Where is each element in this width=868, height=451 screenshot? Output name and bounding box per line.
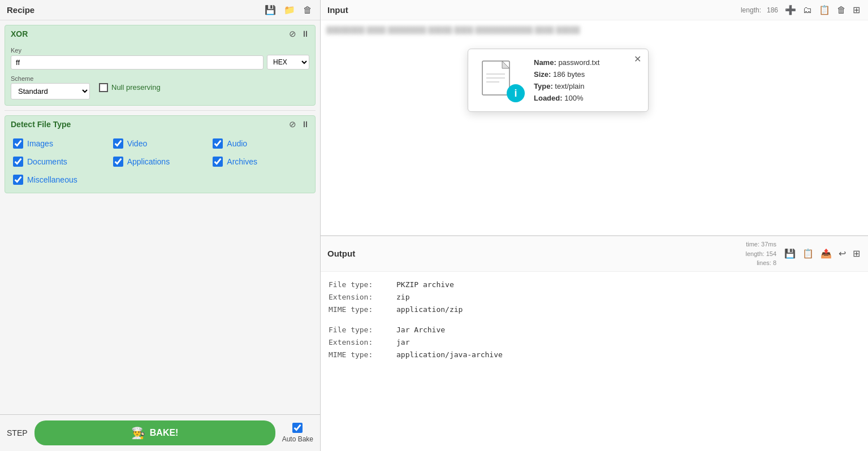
right-panel: Input length: 186 ➕ 🗂 📋 🗑 ⊞ ████████ ███… <box>321 0 868 451</box>
output-undo-button[interactable]: ↩ <box>837 247 847 260</box>
popup-type-label: Type: <box>534 82 553 90</box>
output-stats: time: 37ms length: 154 lines: 8 <box>746 240 776 268</box>
output-copy-button[interactable]: 📋 <box>801 247 815 260</box>
delete-recipe-button[interactable]: 🗑 <box>302 3 313 16</box>
input-expand-button[interactable]: ⊞ <box>852 3 861 16</box>
recipe-bottom: STEP 👨‍🍳 BAKE! Auto Bake <box>0 414 320 451</box>
cb-video-input[interactable] <box>113 138 123 149</box>
recipe-panel: Recipe 💾 📁 🗑 XOR ⊘ ⏸ Key HEX UTF8 Base64 <box>0 0 321 451</box>
cb-video[interactable]: Video <box>113 138 208 149</box>
bake-button[interactable]: 👨‍🍳 BAKE! <box>34 420 275 445</box>
input-length-label: length: <box>741 6 761 14</box>
step-label: STEP <box>7 428 28 437</box>
cb-archives-input[interactable] <box>213 157 223 167</box>
popup-loaded-label: Loaded: <box>534 94 563 102</box>
popup-close-button[interactable]: ✕ <box>634 54 641 64</box>
popup-name-label: Name: <box>534 58 556 67</box>
output-expand-button[interactable]: ⊞ <box>852 247 861 260</box>
popup-details: Name: password.txt Size: 186 bytes Type:… <box>534 58 599 102</box>
popup-type-value: text/plain <box>555 82 584 90</box>
output-header: Output time: 37ms length: 154 lines: 8 💾… <box>321 236 868 272</box>
cb-documents[interactable]: Documents <box>13 157 107 167</box>
output-send-button[interactable]: 📤 <box>819 247 833 260</box>
null-preserving-text: Null preserving <box>111 83 161 92</box>
output-line-4: File type: Jar Archive <box>329 324 860 336</box>
popup-loaded-value: 100% <box>564 94 583 102</box>
auto-bake-checkbox[interactable] <box>292 423 303 433</box>
output-line-3: MIME type: application/zip <box>329 303 860 316</box>
output-val-4: Jar Archive <box>396 324 445 336</box>
input-open-button[interactable]: 🗂 <box>802 3 813 16</box>
scheme-select[interactable]: Standard XOR each byte <box>11 83 90 99</box>
input-paste-button[interactable]: 📋 <box>818 3 831 16</box>
input-header-right: length: 186 ➕ 🗂 📋 🗑 ⊞ <box>741 3 861 16</box>
output-lines-label: lines: <box>757 259 771 266</box>
cb-archives[interactable]: Archives <box>213 157 307 167</box>
cb-video-label: Video <box>127 139 148 148</box>
info-badge: i <box>507 84 525 102</box>
output-spacer-1 <box>329 316 860 324</box>
output-key-2: Extension: <box>329 291 396 303</box>
output-save-button[interactable]: 💾 <box>783 247 797 260</box>
detect-collapse-icon[interactable]: ⏸ <box>301 119 309 129</box>
cb-miscellaneous[interactable]: Miscellaneous <box>13 175 107 185</box>
null-preserving-checkbox[interactable] <box>99 83 108 92</box>
scheme-wrap: Scheme Standard XOR each byte <box>11 75 90 99</box>
key-row: HEX UTF8 Base64 <box>11 55 309 70</box>
output-val-6: application/java-archive <box>396 349 503 361</box>
cb-applications-input[interactable] <box>113 157 123 167</box>
auto-bake-label: Auto Bake <box>282 435 313 443</box>
detect-file-type-block: Detect File Type ⊘ ⏸ Images Video Audio <box>5 115 316 193</box>
cb-audio[interactable]: Audio <box>213 138 307 149</box>
detect-title: Detect File Type <box>11 120 71 129</box>
key-input[interactable] <box>11 55 264 70</box>
cb-miscellaneous-input[interactable] <box>13 175 23 185</box>
input-header: Input length: 186 ➕ 🗂 📋 🗑 ⊞ <box>321 0 868 20</box>
output-content: File type: PKZIP archive Extension: zip … <box>321 272 868 452</box>
popup-size-label: Size: <box>534 70 551 79</box>
cb-images[interactable]: Images <box>13 138 107 149</box>
popup-name-value: password.txt <box>558 58 599 67</box>
scheme-label: Scheme <box>11 75 90 82</box>
output-lines-value: 8 <box>773 259 776 266</box>
input-blurred-text: ████████ ████ ████████ █████ ████ ██████… <box>326 26 580 34</box>
popup-loaded: Loaded: 100% <box>534 94 599 102</box>
xor-header-icons: ⊘ ⏸ <box>289 29 309 39</box>
cb-images-label: Images <box>27 139 53 148</box>
null-preserving-label[interactable]: Null preserving <box>99 83 161 92</box>
divider-1 <box>5 110 316 111</box>
output-val-3: application/zip <box>396 303 463 316</box>
output-val-5: jar <box>396 336 409 349</box>
xor-header: XOR ⊘ ⏸ <box>5 25 315 42</box>
xor-collapse-icon[interactable]: ⏸ <box>301 29 309 39</box>
output-line-1: File type: PKZIP archive <box>329 279 860 291</box>
popup-size-value: 186 bytes <box>553 70 585 79</box>
cb-images-input[interactable] <box>13 138 23 149</box>
input-content[interactable]: ████████ ████ ████████ █████ ████ ██████… <box>321 20 868 235</box>
cb-documents-input[interactable] <box>13 157 23 167</box>
detect-disable-icon[interactable]: ⊘ <box>289 119 296 129</box>
detect-header-icons: ⊘ ⏸ <box>289 119 309 129</box>
output-length-value: 154 <box>766 250 776 257</box>
input-section: Input length: 186 ➕ 🗂 📋 🗑 ⊞ ████████ ███… <box>321 0 868 236</box>
xor-body: Key HEX UTF8 Base64 Scheme Standard XOR … <box>5 42 315 105</box>
output-length-label: length: <box>746 250 765 257</box>
open-recipe-button[interactable]: 📁 <box>283 3 296 16</box>
output-key-5: Extension: <box>329 336 396 349</box>
checkboxes-grid: Images Video Audio Documents Application… <box>5 133 315 193</box>
cb-applications-label: Applications <box>127 157 170 166</box>
output-key-1: File type: <box>329 279 396 291</box>
auto-bake-wrap: Auto Bake <box>282 423 313 443</box>
input-delete-button[interactable]: 🗑 <box>836 3 847 16</box>
bake-label: BAKE! <box>150 428 179 438</box>
input-add-button[interactable]: ➕ <box>784 3 797 16</box>
output-icons: 💾 📋 📤 ↩ ⊞ <box>783 247 861 260</box>
xor-disable-icon[interactable]: ⊘ <box>289 29 296 39</box>
output-line-6: MIME type: application/java-archive <box>329 349 860 361</box>
cb-audio-input[interactable] <box>213 138 223 149</box>
hex-select[interactable]: HEX UTF8 Base64 <box>267 55 309 70</box>
cb-applications[interactable]: Applications <box>113 157 208 167</box>
save-recipe-button[interactable]: 💾 <box>264 3 277 16</box>
popup-file-icon: i <box>480 58 525 102</box>
scheme-null-row: Scheme Standard XOR each byte Null prese… <box>11 75 309 99</box>
